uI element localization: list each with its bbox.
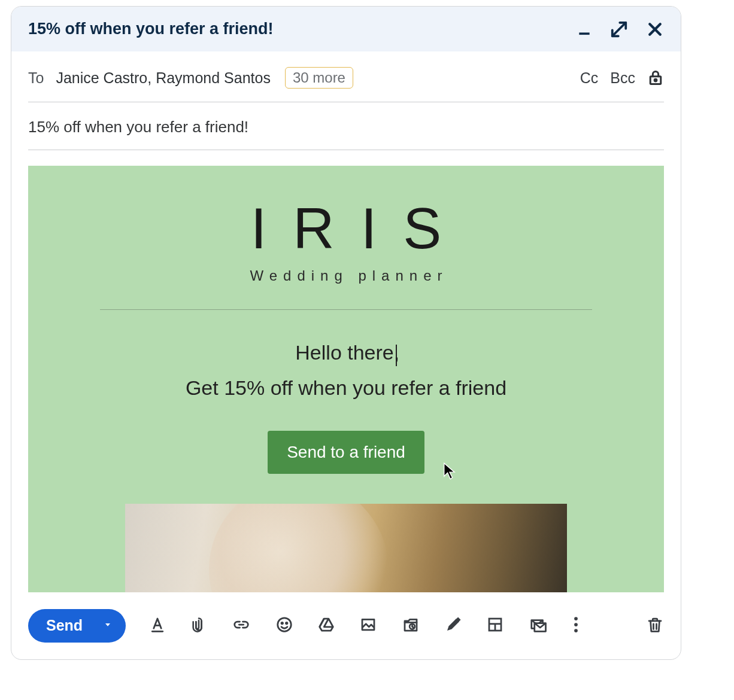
send-dropdown-icon[interactable] bbox=[99, 620, 126, 632]
greeting-text[interactable]: Hello there, bbox=[295, 341, 399, 364]
svg-point-21 bbox=[574, 617, 578, 620]
titlebar-actions bbox=[577, 20, 664, 38]
image-icon[interactable] bbox=[359, 616, 377, 636]
svg-rect-12 bbox=[362, 619, 374, 630]
close-icon[interactable] bbox=[646, 20, 664, 38]
to-label: To bbox=[28, 69, 44, 87]
body-area[interactable]: IRIS Wedding planner Hello there, Get 15… bbox=[11, 150, 681, 592]
svg-point-22 bbox=[574, 623, 578, 626]
send-button[interactable]: Send bbox=[28, 609, 126, 643]
text-format-icon[interactable] bbox=[148, 616, 166, 636]
more-icon[interactable] bbox=[572, 616, 580, 636]
titlebar: 15% off when you refer a friend! bbox=[11, 7, 681, 51]
brand-subtitle: Wedding planner bbox=[34, 267, 664, 284]
svg-point-10 bbox=[281, 622, 283, 624]
offer-text[interactable]: Get 15% off when you refer a friend bbox=[28, 376, 664, 400]
discard-icon[interactable] bbox=[646, 615, 664, 637]
more-recipients-badge[interactable]: 30 more bbox=[285, 67, 353, 89]
formatting-icons bbox=[148, 616, 580, 636]
emoji-icon[interactable] bbox=[275, 616, 293, 636]
text-caret bbox=[396, 345, 397, 366]
to-row[interactable]: To Janice Castro, Raymond Santos 30 more… bbox=[28, 51, 664, 102]
subject-input[interactable]: 15% off when you refer a friend! bbox=[28, 118, 664, 136]
email-body-content[interactable]: IRIS Wedding planner Hello there, Get 15… bbox=[28, 166, 664, 592]
layout-icon[interactable] bbox=[486, 616, 504, 636]
subject-row[interactable]: 15% off when you refer a friend! bbox=[28, 102, 664, 150]
svg-point-9 bbox=[278, 618, 292, 632]
confidential-icon[interactable] bbox=[401, 616, 420, 636]
hero-image bbox=[125, 504, 567, 592]
cc-button[interactable]: Cc bbox=[580, 69, 599, 87]
drive-icon[interactable] bbox=[317, 616, 335, 636]
compose-toolbar: Send bbox=[11, 592, 681, 659]
svg-point-23 bbox=[574, 629, 578, 632]
mail-merge-icon[interactable] bbox=[528, 616, 548, 636]
pen-icon[interactable] bbox=[444, 616, 462, 636]
lock-icon[interactable] bbox=[647, 69, 664, 86]
cta-button[interactable]: Send to a friend bbox=[268, 431, 424, 474]
window-title: 15% off when you refer a friend! bbox=[28, 20, 274, 38]
bcc-button[interactable]: Bcc bbox=[610, 69, 635, 87]
svg-rect-0 bbox=[579, 32, 589, 35]
to-recipients[interactable]: Janice Castro, Raymond Santos bbox=[56, 69, 271, 87]
attachment-icon[interactable] bbox=[190, 616, 207, 636]
link-icon[interactable] bbox=[231, 616, 251, 636]
header-fields: To Janice Castro, Raymond Santos 30 more… bbox=[11, 51, 681, 150]
divider bbox=[100, 309, 592, 310]
minimize-icon[interactable] bbox=[577, 22, 592, 37]
compose-window: 15% off when you refer a friend! To Jani… bbox=[11, 6, 681, 660]
brand-logo-text: IRIS bbox=[54, 196, 664, 261]
expand-icon[interactable] bbox=[610, 20, 628, 38]
svg-point-11 bbox=[286, 622, 288, 624]
svg-point-6 bbox=[654, 79, 657, 81]
send-button-label: Send bbox=[28, 617, 99, 634]
